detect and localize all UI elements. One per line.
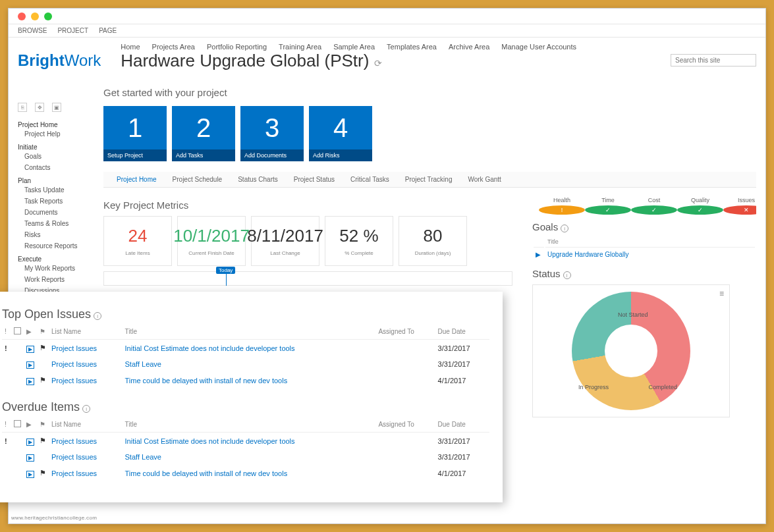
sidebar-icon-1[interactable]: ⎘ [18, 103, 27, 112]
sidebar-item[interactable]: Documents [18, 207, 90, 218]
titlebar [9, 9, 765, 24]
sidebar-item[interactable]: My Work Reports [18, 263, 90, 274]
tiles: 1Setup Project2Add Tasks3Add Documents4A… [103, 106, 756, 161]
page-title: Hardware Upgrade Global (PStr) ⟳ [121, 51, 651, 78]
health-item: Health! [539, 197, 585, 215]
metrics: 24Late Items10/1/2017Current Finish Date… [103, 216, 512, 266]
today-marker: Today [216, 267, 235, 274]
overdue-title: Overdue Itemsi [2, 400, 489, 414]
metric-card: 80Duration (days) [399, 216, 467, 266]
ribbon-project[interactable]: PROJECT [57, 27, 88, 34]
top-issues-table: !▶⚑List NameTitleAssigned ToDue Date!▶⚑P… [2, 324, 489, 388]
metrics-title: Key Project Metrics [103, 200, 512, 211]
nav-home[interactable]: Home [121, 43, 140, 51]
sidebar-item[interactable]: Task Reports [18, 196, 90, 207]
sidebar-item[interactable]: Risks [18, 229, 90, 240]
nav-projects[interactable]: Projects Area [152, 43, 195, 51]
donut-chart: Not Started Completed In Progress [572, 292, 690, 410]
sidebar-item[interactable]: Contacts [18, 162, 90, 173]
ribbon: BROWSE PROJECT PAGE [9, 24, 765, 38]
chart-menu-icon[interactable]: ≡ [719, 289, 724, 298]
info-icon[interactable]: i [82, 405, 90, 413]
issues-overlay: Top Open Issuesi !▶⚑List NameTitleAssign… [0, 292, 503, 502]
sidebar-group[interactable]: Execute [18, 255, 90, 263]
watermark: www.heritagechristiancollege.com [11, 515, 97, 521]
goal-link[interactable]: Upgrade Hardware Globally [545, 249, 755, 260]
table-row[interactable]: ▶⚑Project IssuesTime could be delayed wi… [2, 465, 489, 481]
tab[interactable]: Project Tracking [405, 176, 453, 183]
tab[interactable]: Work Gantt [468, 176, 501, 183]
nav-training[interactable]: Training Area [279, 43, 321, 51]
metric-card: 52 %% Complete [325, 216, 393, 266]
ribbon-browse[interactable]: BROWSE [18, 27, 47, 34]
sidebar-item[interactable]: Resource Reports [18, 240, 90, 252]
tile[interactable]: 1Setup Project [103, 106, 167, 161]
table-row[interactable]: ▶Project IssuesStaff Leave3/31/2017 [2, 449, 489, 465]
tabs: Project HomeProject ScheduleStatus Chart… [103, 172, 756, 188]
tab[interactable]: Project Status [294, 176, 335, 183]
tile[interactable]: 4Add Risks [309, 106, 372, 161]
ribbon-page[interactable]: PAGE [99, 27, 117, 34]
sidebar-item[interactable]: Work Reports [18, 274, 90, 285]
sync-icon[interactable]: ⟳ [374, 58, 382, 68]
health-indicators: Health!Time✓Cost✓Quality✓Issues✕ [532, 197, 756, 215]
table-row[interactable]: !▶⚑Project IssuesInitial Cost Estimate d… [2, 340, 489, 357]
sidebar-item[interactable]: Teams & Roles [18, 218, 90, 229]
timeline: Today [103, 271, 512, 286]
tile[interactable]: 3Add Documents [240, 106, 304, 161]
search-input[interactable] [671, 54, 756, 66]
nav-sample[interactable]: Sample Area [333, 43, 375, 51]
sidebar-item[interactable]: Tasks Update [18, 184, 90, 196]
top-nav: Home Projects Area Portfolio Reporting T… [121, 43, 651, 51]
tab[interactable]: Project Schedule [173, 176, 223, 183]
tile[interactable]: 2Add Tasks [172, 106, 235, 161]
info-icon[interactable]: i [94, 312, 101, 320]
status-title: Statusi [532, 268, 756, 279]
status-chart: ≡ Not Started Completed In Progress [532, 284, 730, 417]
nav-templates[interactable]: Templates Area [387, 43, 437, 51]
health-item: Issues✕ [723, 197, 756, 215]
info-icon[interactable]: i [561, 225, 568, 232]
nav-archive[interactable]: Archive Area [449, 43, 489, 51]
sidebar-group[interactable]: Project Home [18, 121, 90, 128]
maximize-icon[interactable] [44, 13, 52, 20]
goals-title: Goalsi [532, 221, 756, 232]
health-item: Quality✓ [677, 197, 723, 215]
get-started-title: Get started with your project [103, 87, 756, 98]
nav-portfolio[interactable]: Portfolio Reporting [207, 43, 267, 51]
sidebar-group[interactable]: Initiate [18, 144, 90, 151]
tab[interactable]: Project Home [117, 176, 157, 183]
health-item: Time✓ [585, 197, 631, 215]
sidebar-icon-3[interactable]: ▣ [52, 103, 61, 112]
overdue-table: !▶⚑List NameTitleAssigned ToDue Date!▶⚑P… [2, 417, 489, 481]
table-row[interactable]: ▶⚑Project IssuesTime could be delayed wi… [2, 372, 489, 388]
sidebar-item[interactable]: Goals [18, 151, 90, 162]
metric-card: 24Late Items [103, 216, 172, 266]
app-window: BROWSE PROJECT PAGE BrightWork Home Proj… [8, 8, 766, 524]
close-icon[interactable] [18, 13, 26, 20]
top-issues-title: Top Open Issuesi [2, 307, 489, 321]
info-icon[interactable]: i [563, 271, 571, 279]
metric-card: 10/1/2017Current Finish Date [177, 216, 246, 266]
goal-icon[interactable]: ▶ [534, 249, 544, 260]
logo: BrightWork [18, 51, 101, 70]
tab[interactable]: Status Charts [238, 176, 278, 183]
sidebar-item[interactable]: Project Help [18, 128, 90, 140]
header: BrightWork Home Projects Area Portfolio … [9, 38, 765, 83]
sidebar-group[interactable]: Plan [18, 177, 90, 184]
nav-users[interactable]: Manage User Accounts [501, 43, 576, 51]
sidebar-icon-2[interactable]: ✥ [35, 103, 44, 112]
table-row[interactable]: !▶⚑Project IssuesInitial Cost Estimate d… [2, 433, 489, 450]
health-item: Cost✓ [631, 197, 677, 215]
minimize-icon[interactable] [31, 13, 39, 20]
goals-table: Title ▶Upgrade Hardware Globally [532, 235, 756, 261]
table-row[interactable]: ▶Project IssuesStaff Leave3/31/2017 [2, 356, 489, 372]
tab[interactable]: Critical Tasks [350, 176, 389, 183]
metric-card: 8/11/2017Last Change [251, 216, 319, 266]
